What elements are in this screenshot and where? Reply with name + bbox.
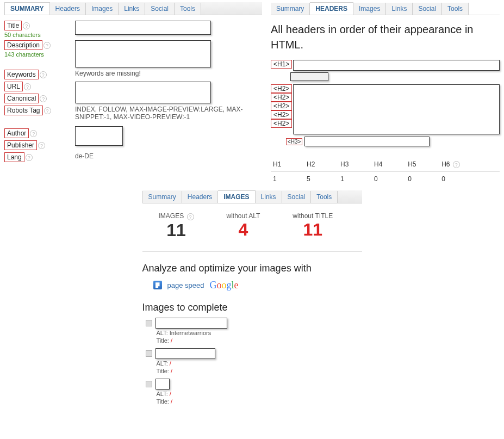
without-alt-label: without ALT xyxy=(227,212,260,220)
image-item: ALT: InternetwarriorsTitle: / xyxy=(142,318,362,344)
description-value-box xyxy=(75,40,211,67)
help-icon[interactable]: ? xyxy=(43,42,51,49)
tab-tools[interactable]: Tools xyxy=(175,3,201,15)
image-thumb-icon xyxy=(146,320,152,326)
summary-panel: SUMMARY Headers Images Links Social Tool… xyxy=(0,0,266,188)
publisher-label: Publisher xyxy=(4,140,37,150)
description-label: Description xyxy=(4,40,42,50)
tab-social[interactable]: Social xyxy=(145,3,175,15)
keywords-label: Keywords xyxy=(4,70,39,79)
robots-value: INDEX, FOLLOW, MAX-IMAGE-PREVIEW:LARGE, … xyxy=(75,106,262,121)
help-icon[interactable]: ? xyxy=(187,213,194,220)
help-icon[interactable]: ? xyxy=(26,154,33,161)
image-title-meta: Title: / xyxy=(146,398,362,405)
h2-value-box xyxy=(293,84,500,134)
author-publisher-box xyxy=(75,126,123,146)
google-link[interactable]: Google xyxy=(209,280,238,291)
analyze-title: Analyze and optimize your images with xyxy=(142,263,362,274)
th-h1: H1 xyxy=(271,157,304,172)
image-alt-meta: ALT: Internetwarriors xyxy=(146,330,362,336)
image-title-meta: Title: / xyxy=(146,368,362,374)
images-count: 11 xyxy=(159,220,194,240)
help-icon[interactable]: ? xyxy=(24,83,31,90)
canonical-label: Canonical xyxy=(4,94,39,103)
tab-tools[interactable]: Tools xyxy=(442,3,469,15)
h1-tag-label: <H1> xyxy=(271,60,292,69)
h2-tag-label: <H2> xyxy=(271,119,292,128)
tab-social[interactable]: Social xyxy=(413,3,442,15)
help-icon[interactable]: ? xyxy=(23,22,30,29)
h3-value-box xyxy=(304,137,430,146)
pagespeed-icon xyxy=(153,281,162,289)
lang-label: Lang xyxy=(4,152,24,162)
count-h1: 1 xyxy=(271,172,304,187)
h3-tag-label: <H3> xyxy=(286,138,302,145)
url-canonical-box xyxy=(75,82,211,103)
header-count-table: H1 H2 H3 H4 H5 H6 ? 1 5 1 0 0 0 xyxy=(271,157,500,186)
title-label: Title xyxy=(4,21,22,30)
h2-tag-label: <H2> xyxy=(271,102,292,110)
tab-headers[interactable]: HEADERS xyxy=(310,2,353,15)
tab-summary[interactable]: Summary xyxy=(142,191,182,203)
url-label: URL xyxy=(4,82,23,91)
image-thumb-icon xyxy=(146,381,152,387)
help-icon[interactable]: ? xyxy=(38,142,45,149)
tab-tools[interactable]: Tools xyxy=(311,191,338,203)
count-h5: 0 xyxy=(406,172,439,187)
tab-links[interactable]: Links xyxy=(119,3,145,15)
th-h5: H5 xyxy=(406,157,439,172)
title-char-count: 50 characters xyxy=(4,32,64,38)
image-title-meta: Title: / xyxy=(146,337,362,344)
help-icon[interactable]: ? xyxy=(30,130,37,137)
images-panel: Summary Headers IMAGES Links Social Tool… xyxy=(138,188,366,406)
th-h2: H2 xyxy=(304,157,338,172)
tab-bar-right: Summary HEADERS Images Links Social Tool… xyxy=(271,2,500,15)
help-icon[interactable]: ? xyxy=(453,161,460,168)
tab-links[interactable]: Links xyxy=(256,191,282,203)
headers-panel: Summary HEADERS Images Links Social Tool… xyxy=(266,0,504,188)
th-h4: H4 xyxy=(372,157,406,172)
help-icon[interactable]: ? xyxy=(40,71,47,78)
image-box xyxy=(155,348,215,359)
count-h3: 1 xyxy=(338,172,372,187)
images-to-complete-title: Images to complete xyxy=(142,302,362,313)
image-alt-meta: ALT: / xyxy=(146,391,362,397)
tab-images[interactable]: Images xyxy=(86,3,119,15)
image-thumb-icon xyxy=(146,350,152,357)
h2-tag-label: <H2> xyxy=(271,84,292,93)
count-h4: 0 xyxy=(372,172,406,187)
images-label: IMAGES xyxy=(159,212,184,220)
tab-social[interactable]: Social xyxy=(282,191,312,203)
h2-tag-label: <H2> xyxy=(271,93,292,102)
tab-summary[interactable]: Summary xyxy=(271,3,310,15)
th-h3: H3 xyxy=(338,157,372,172)
image-item: ALT: /Title: / xyxy=(142,348,362,374)
robots-label: Robots Tag xyxy=(4,106,43,115)
image-item: ALT: /Title: / xyxy=(142,379,362,405)
h2-tag-label: <H2> xyxy=(271,110,292,119)
without-title-count: 11 xyxy=(293,220,333,240)
h1-value-box-2 xyxy=(290,72,328,81)
help-icon[interactable]: ? xyxy=(40,95,47,102)
image-box xyxy=(155,379,170,389)
h1-value-box xyxy=(293,60,500,71)
author-label: Author xyxy=(4,128,29,138)
lang-value: de-DE xyxy=(75,152,262,162)
tab-images[interactable]: Images xyxy=(353,3,386,15)
tab-bar-center: Summary Headers IMAGES Links Social Tool… xyxy=(142,190,362,203)
without-alt-count: 4 xyxy=(227,220,260,240)
tab-images[interactable]: IMAGES xyxy=(218,190,255,203)
without-title-label: without TITLE xyxy=(293,212,333,220)
image-box xyxy=(155,318,227,329)
th-h6: H6 ? xyxy=(439,157,500,172)
headers-title: All headers in order of their appearance… xyxy=(271,22,500,52)
tab-headers[interactable]: Headers xyxy=(50,3,86,15)
tab-summary[interactable]: SUMMARY xyxy=(4,2,50,15)
description-char-count: 143 characters xyxy=(4,51,64,58)
image-alt-meta: ALT: / xyxy=(146,360,362,367)
pagespeed-link[interactable]: page speed xyxy=(167,281,204,289)
help-icon[interactable]: ? xyxy=(44,107,51,114)
tab-headers[interactable]: Headers xyxy=(182,191,218,203)
count-h2: 5 xyxy=(304,172,338,187)
tab-links[interactable]: Links xyxy=(386,3,413,15)
